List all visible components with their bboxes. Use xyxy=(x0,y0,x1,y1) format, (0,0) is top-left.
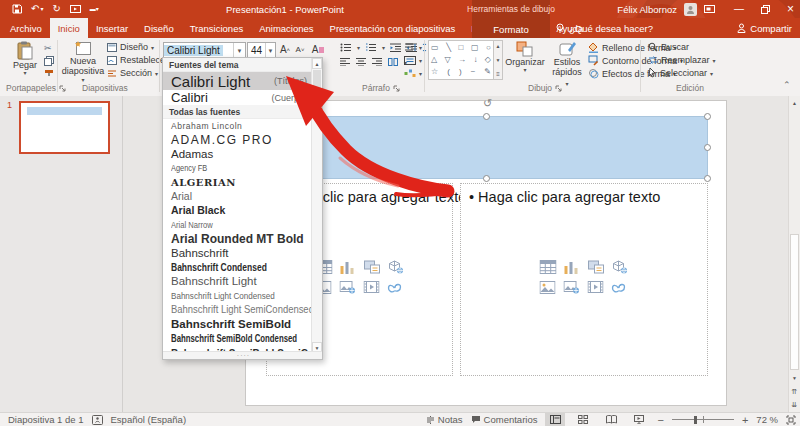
shape-icon[interactable]: ☆ xyxy=(431,68,438,76)
avatar[interactable] xyxy=(684,3,697,16)
font-option-bahnschrift-condensed[interactable]: Bahnschrift Condensed xyxy=(163,260,311,274)
font-option-calibri[interactable]: Calibri(Cuerpo) xyxy=(163,90,311,105)
numbering-icon[interactable] xyxy=(365,43,377,52)
zoom-in-icon[interactable]: + xyxy=(742,414,748,426)
selection-handle-e[interactable] xyxy=(704,144,711,151)
insert-3d-model-icon[interactable] xyxy=(612,260,629,276)
text-direction-button[interactable]: ▾ xyxy=(404,43,422,52)
font-option-bahnschrift-light-condensed[interactable]: Bahnschrift Light Condensed xyxy=(163,288,311,302)
tab-transiciones[interactable]: Transiciones xyxy=(182,18,252,38)
tab-inicio[interactable]: Inicio xyxy=(50,18,88,38)
bullets-icon[interactable] xyxy=(340,43,352,52)
font-option-arial-black[interactable]: Arial Black xyxy=(163,203,311,217)
minimize-button[interactable]: — xyxy=(734,4,744,14)
decrease-indent-icon[interactable] xyxy=(390,43,401,52)
paste-button[interactable]: Pegar▾ xyxy=(8,41,42,77)
font-option-arial[interactable]: Arial xyxy=(163,189,311,203)
slide-thumbnail[interactable] xyxy=(19,101,110,154)
clear-formatting-icon[interactable]: A xyxy=(310,42,326,57)
insert-chart-icon[interactable] xyxy=(339,260,356,276)
shape-icon[interactable]: ~ xyxy=(471,68,476,76)
shape-icon[interactable]: ○ xyxy=(486,44,491,52)
view-reading-button[interactable] xyxy=(601,413,621,426)
selection-handle-s[interactable] xyxy=(483,175,490,182)
align-center-icon[interactable] xyxy=(356,58,366,66)
insert-chart-icon[interactable] xyxy=(564,260,581,276)
insert-stock-image-icon[interactable] xyxy=(339,281,356,297)
font-option-arial-rounded-mt-bold[interactable]: Arial Rounded MT Bold xyxy=(163,231,311,246)
redo-icon[interactable]: ↻ xyxy=(52,4,60,14)
comments-button[interactable]: Comentarios xyxy=(471,414,538,425)
insert-icon-icon[interactable] xyxy=(612,281,629,297)
insert-stock-image-icon[interactable] xyxy=(564,281,581,297)
view-slideshow-button[interactable] xyxy=(629,413,649,426)
font-option-algerian[interactable]: ALGERIAN xyxy=(163,175,311,189)
tab-diseño[interactable]: Diseño xyxy=(136,18,182,38)
format-painter-button[interactable] xyxy=(44,69,54,79)
zoom-slider[interactable] xyxy=(672,413,734,426)
decrease-font-icon[interactable]: A˅ xyxy=(293,42,307,57)
font-option-arial-narrow[interactable]: Arial Narrow xyxy=(163,217,311,231)
next-slide-icon[interactable]: ⇊ xyxy=(789,399,800,411)
insert-picture-icon[interactable] xyxy=(540,281,557,297)
shape-icon[interactable]: ( xyxy=(447,68,450,76)
fit-to-window-icon[interactable] xyxy=(786,415,796,425)
tab-archivo[interactable]: Archivo xyxy=(2,18,50,38)
selection-handle-se[interactable] xyxy=(704,175,711,182)
scrollbar-thumb[interactable] xyxy=(313,70,321,104)
shape-icon[interactable]: ▽ xyxy=(445,56,451,64)
dropdown-resize-grip[interactable]: ···· xyxy=(163,351,323,359)
zoom-level[interactable]: 72 % xyxy=(756,414,778,425)
shape-icon[interactable]: ◇ xyxy=(485,56,491,64)
accessibility-icon[interactable] xyxy=(92,415,103,425)
shape-icon[interactable]: ▢ xyxy=(471,44,479,52)
font-option-bahnschrift-light-semicondensed[interactable]: Bahnschrift Light SemiCondensed xyxy=(163,302,311,316)
title-placeholder[interactable] xyxy=(266,116,708,179)
maximize-button[interactable] xyxy=(761,5,770,14)
font-option-adam-cg-pro[interactable]: ADAM.CG PRO xyxy=(163,133,311,147)
font-option-bahnschrift-semibold-condensed[interactable]: Bahnschrift SemiBold Condensed xyxy=(163,331,311,345)
reemplazar-button[interactable]: Reemplazar▾ xyxy=(648,55,716,65)
scroll-up-icon[interactable]: ▲ xyxy=(789,97,800,108)
section-button[interactable]: Sección▾ xyxy=(107,68,158,78)
selection-handle-ne[interactable] xyxy=(704,113,711,120)
font-size-dropdown-arrow[interactable]: ▼ xyxy=(265,43,275,58)
convert-to-smartart-button[interactable]: ▾ xyxy=(404,69,422,78)
user-name[interactable]: Félix Albornoz xyxy=(617,4,677,15)
font-option-agency-fb[interactable]: Agency FB xyxy=(163,161,311,175)
rotate-handle[interactable]: ↺ xyxy=(483,98,492,109)
tab-formato[interactable]: Formato xyxy=(472,20,550,38)
scroll-up-icon[interactable]: ▲ xyxy=(312,58,322,69)
layout-button[interactable]: Diseño▾ xyxy=(107,42,154,52)
collapse-ribbon-icon[interactable]: ⌃ xyxy=(783,80,791,90)
insert-smartart-icon[interactable] xyxy=(363,260,380,276)
insert-icon-icon[interactable] xyxy=(387,281,404,297)
tab-presentación-con-diapositivas[interactable]: Presentación con diapositivas xyxy=(322,18,464,38)
font-dropdown-scrollbar[interactable]: ▲ ▼ xyxy=(311,58,322,353)
increase-font-icon[interactable]: A˄ xyxy=(278,42,292,57)
language-indicator[interactable]: Español (España) xyxy=(111,414,187,425)
selection-handle-n[interactable] xyxy=(483,113,490,120)
shape-icon[interactable]: ▭ xyxy=(431,44,439,52)
content-placeholder-right[interactable]: • Haga clic para agregar texto xyxy=(460,183,708,376)
font-option-bahnschrift[interactable]: Bahnschrift xyxy=(163,246,311,260)
shape-icon[interactable]: ╲ xyxy=(446,44,451,52)
notes-button[interactable]: Notas xyxy=(426,414,463,425)
seleccionar-button[interactable]: Seleccionar▾ xyxy=(648,68,713,78)
font-option-bahnschrift-light[interactable]: Bahnschrift Light xyxy=(163,274,311,288)
dialog-launcher-icon[interactable] xyxy=(59,85,66,92)
start-slideshow-icon[interactable] xyxy=(70,5,81,14)
dialog-launcher-icon[interactable] xyxy=(393,85,400,92)
previous-slide-icon[interactable]: ⇈ xyxy=(789,386,800,398)
shape-icon[interactable]: → xyxy=(458,56,466,64)
customize-qat-icon[interactable]: ▬▾ xyxy=(90,6,99,12)
scroll-down-icon[interactable]: ▼ xyxy=(789,372,800,383)
vertical-scrollbar[interactable]: ▲ ▼ ⇈ ⇊ xyxy=(788,96,800,412)
view-slide-sorter-button[interactable] xyxy=(573,413,593,426)
font-option-abraham-lincoln[interactable]: Abraham Lincoln xyxy=(163,119,311,133)
insert-video-icon[interactable] xyxy=(363,281,380,297)
scrollbar-thumb[interactable] xyxy=(790,234,799,370)
copy-button[interactable] xyxy=(44,56,54,66)
bullets-arrow[interactable]: ▾ xyxy=(357,44,360,51)
shape-icon[interactable]: △ xyxy=(431,56,437,64)
